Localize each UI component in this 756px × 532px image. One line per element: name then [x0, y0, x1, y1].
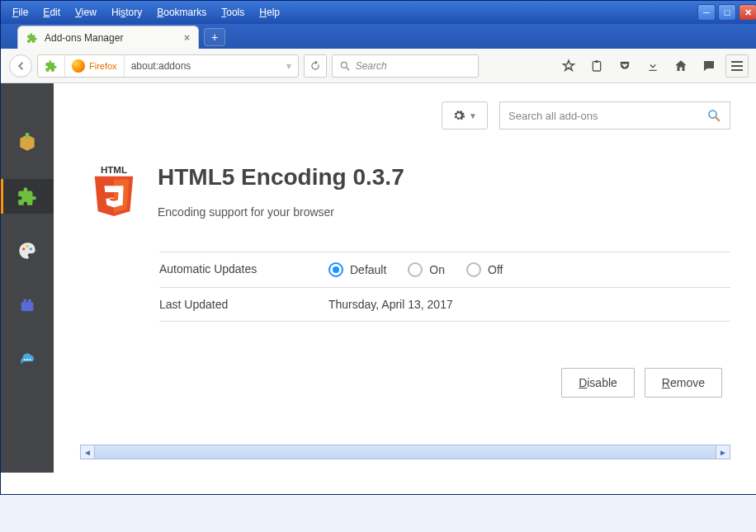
automatic-updates-label: Automatic Updates	[159, 262, 328, 277]
clipboard-icon	[590, 59, 603, 73]
svg-text:HTML: HTML	[101, 164, 127, 175]
reload-icon	[309, 60, 321, 72]
menu-view[interactable]: View	[75, 7, 97, 18]
puzzle-icon	[45, 59, 58, 73]
brand-label: Firefox	[89, 61, 117, 71]
svg-point-6	[30, 247, 32, 250]
menu-bookmarks[interactable]: Bookmarks	[157, 7, 206, 18]
chat-button[interactable]	[701, 58, 717, 74]
reload-button[interactable]	[304, 54, 327, 78]
svg-point-13	[709, 111, 716, 118]
svg-point-5	[26, 245, 28, 247]
new-tab-button[interactable]: +	[204, 28, 225, 46]
scroll-track[interactable]	[95, 445, 716, 459]
lego-icon	[18, 296, 36, 314]
hamburger-menu-button[interactable]	[725, 54, 749, 78]
svg-rect-3	[595, 60, 598, 63]
html5-logo-icon: HTML	[88, 162, 139, 222]
navigation-toolbar: Firefox about:addons ▾ Search	[1, 49, 756, 83]
magnifier-icon	[706, 108, 721, 123]
identity-box[interactable]: Firefox about:addons ▾	[37, 54, 299, 78]
search-icon	[339, 60, 351, 72]
window-maximize-button[interactable]: □	[718, 4, 736, 21]
svg-point-11	[26, 359, 28, 360]
menu-help[interactable]: Help	[259, 7, 280, 18]
window-close-button[interactable]: ✕	[739, 4, 756, 21]
bookmark-star-button[interactable]	[560, 58, 577, 74]
svg-point-12	[29, 359, 31, 360]
svg-rect-7	[21, 302, 34, 311]
last-updated-value: Thursday, April 13, 2017	[328, 298, 730, 311]
tabstrip: Add-ons Manager × +	[1, 24, 756, 49]
library-button[interactable]	[588, 58, 605, 74]
pocket-icon	[617, 59, 632, 73]
window-minimize-button[interactable]: ─	[697, 4, 716, 21]
svg-rect-9	[28, 299, 31, 303]
addon-title: HTML5 Encoding 0.3.7	[158, 164, 404, 191]
dropdown-icon[interactable]: ▾	[286, 60, 291, 72]
palette-icon	[17, 240, 38, 261]
sidebar-item-services[interactable]	[1, 342, 54, 377]
horizontal-scrollbar[interactable]: ◄ ►	[80, 445, 730, 459]
svg-point-10	[24, 359, 26, 360]
addons-search-placeholder: Search all add-ons	[508, 110, 598, 122]
addons-sidebar	[1, 83, 54, 473]
tools-menu-button[interactable]: ▼	[442, 101, 488, 129]
disable-button[interactable]: Disable	[561, 368, 635, 398]
automatic-updates-radiogroup: Default On Off	[328, 262, 730, 277]
addon-description: Encoding support for your browser	[158, 205, 404, 219]
puzzle-icon	[26, 32, 38, 44]
last-updated-label: Last Updated	[159, 298, 328, 311]
menubar: File Edit View History Bookmarks Tools H…	[1, 1, 756, 24]
menu-edit[interactable]: Edit	[43, 7, 60, 18]
address-text: about:addons	[131, 60, 191, 72]
svg-line-14	[716, 117, 720, 121]
pocket-button[interactable]	[617, 58, 633, 74]
box-icon	[17, 131, 38, 153]
menu-file[interactable]: File	[12, 7, 28, 18]
gear-icon	[452, 109, 465, 122]
arrow-left-icon	[15, 60, 26, 72]
svg-line-1	[346, 67, 349, 70]
downloads-button[interactable]	[645, 58, 661, 74]
tab-title: Add-ons Manager	[45, 32, 123, 44]
star-icon	[561, 59, 576, 73]
radio-on[interactable]: On	[408, 262, 445, 277]
chevron-down-icon: ▼	[469, 111, 477, 120]
sidebar-item-get-addons[interactable]	[1, 125, 54, 159]
cloud-chat-icon	[17, 349, 38, 370]
sidebar-item-extensions[interactable]	[1, 179, 54, 214]
back-button[interactable]	[9, 54, 32, 78]
home-button[interactable]	[673, 58, 689, 74]
sidebar-item-plugins[interactable]	[1, 288, 54, 322]
svg-point-0	[341, 62, 347, 68]
menu-tools[interactable]: Tools	[221, 7, 244, 18]
search-placeholder: Search	[356, 60, 387, 72]
addon-detail-pane: ▼ Search all add-ons HTML HTML5 Encoding…	[54, 83, 756, 473]
firefox-icon	[72, 59, 85, 73]
svg-rect-8	[23, 299, 26, 303]
remove-button[interactable]: Remove	[645, 368, 722, 398]
chat-icon	[702, 59, 716, 73]
toolbar-search-box[interactable]: Search	[332, 54, 479, 78]
sidebar-item-appearance[interactable]	[1, 233, 54, 268]
radio-default[interactable]: Default	[328, 262, 386, 277]
scroll-left-button[interactable]: ◄	[80, 445, 95, 459]
svg-rect-2	[593, 61, 600, 70]
radio-off[interactable]: Off	[466, 262, 503, 277]
addons-search-input[interactable]: Search all add-ons	[499, 101, 730, 129]
menu-history[interactable]: History	[111, 7, 142, 18]
svg-point-4	[22, 247, 25, 250]
tab-close-button[interactable]: ×	[184, 32, 190, 44]
tab-addons-manager[interactable]: Add-ons Manager ×	[17, 26, 199, 49]
scroll-right-button[interactable]: ►	[716, 445, 730, 459]
download-icon	[646, 59, 659, 73]
home-icon	[673, 59, 688, 73]
puzzle-icon	[17, 186, 38, 207]
